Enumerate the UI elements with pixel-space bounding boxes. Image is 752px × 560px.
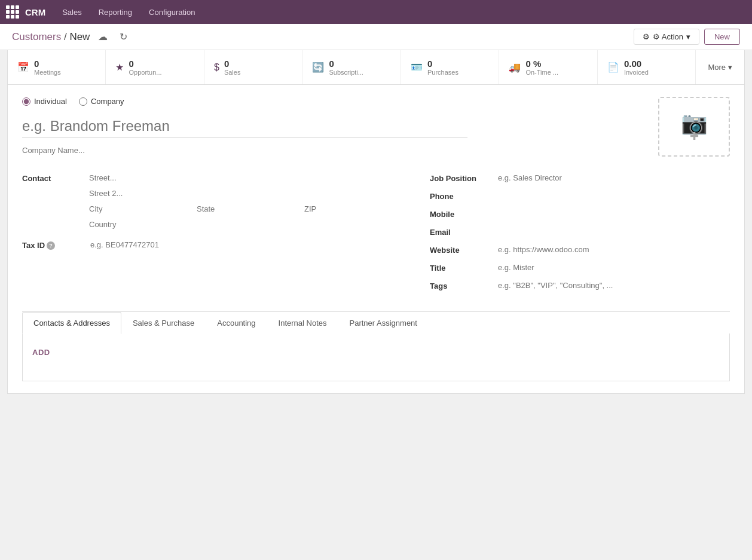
meetings-count: 0 bbox=[34, 59, 61, 69]
email-field-row: Email bbox=[430, 225, 730, 238]
taxid-field-row: Tax ID ? bbox=[22, 238, 406, 252]
taxid-label: Tax ID ? bbox=[22, 238, 88, 250]
breadcrumb-current: New bbox=[69, 31, 90, 42]
action-label: ⚙ Action bbox=[653, 32, 683, 41]
breadcrumb-actions: ⚙ ⚙ Action ▾ New bbox=[634, 29, 740, 45]
mobile-label: Mobile bbox=[430, 207, 496, 219]
email-label: Email bbox=[430, 225, 496, 237]
fields-section: Contact bbox=[22, 172, 730, 297]
title-input[interactable] bbox=[496, 261, 730, 274]
contact-field-row: Contact bbox=[22, 172, 406, 234]
city-state-zip-row bbox=[88, 203, 406, 216]
breadcrumb-parent[interactable]: Customers bbox=[12, 31, 61, 42]
address-group bbox=[88, 172, 406, 234]
taxid-help-icon[interactable]: ? bbox=[47, 241, 55, 250]
stat-meetings[interactable]: 📅 0 Meetings bbox=[8, 50, 106, 84]
sales-label: Sales bbox=[224, 69, 241, 76]
discard-button[interactable]: ↻ bbox=[116, 30, 131, 44]
stats-bar: 📅 0 Meetings ★ 0 Opportun... $ 0 Sales 🔄… bbox=[7, 50, 745, 85]
jobposition-input[interactable] bbox=[496, 172, 730, 185]
street-input[interactable] bbox=[88, 172, 406, 185]
tags-input[interactable] bbox=[496, 279, 730, 292]
photo-upload-button[interactable]: 📷 ✚ bbox=[658, 97, 730, 157]
tab-contacts-addresses[interactable]: Contacts & Addresses bbox=[22, 312, 121, 334]
truck-icon: 🚚 bbox=[509, 62, 521, 73]
website-input[interactable] bbox=[496, 243, 730, 256]
invoice-icon: 📄 bbox=[607, 62, 619, 73]
add-button[interactable]: ADD bbox=[32, 345, 50, 359]
street-row bbox=[88, 172, 406, 185]
invoiced-count: 0.00 bbox=[624, 59, 649, 69]
tab-sales-purchase[interactable]: Sales & Purchase bbox=[121, 312, 206, 334]
action-button[interactable]: ⚙ ⚙ Action ▾ bbox=[634, 29, 699, 45]
tags-field-row: Tags bbox=[430, 279, 730, 292]
cloud-save-button[interactable]: ☁ bbox=[94, 30, 111, 44]
tab-internal-notes[interactable]: Internal Notes bbox=[267, 312, 338, 334]
individual-radio[interactable] bbox=[22, 97, 30, 106]
phone-field-row: Phone bbox=[430, 189, 730, 203]
tab-partner-assignment[interactable]: Partner Assignment bbox=[338, 312, 429, 334]
nav-item-configuration[interactable]: Configuration bbox=[146, 0, 197, 24]
stat-sales[interactable]: $ 0 Sales bbox=[204, 50, 302, 84]
more-label: More bbox=[708, 63, 726, 72]
breadcrumb-separator: / bbox=[64, 31, 67, 42]
opportunities-label: Opportun... bbox=[129, 69, 161, 76]
new-button[interactable]: New bbox=[704, 29, 740, 45]
website-field-row: Website bbox=[430, 243, 730, 256]
form-top: Individual Company 📷 ✚ bbox=[22, 97, 730, 157]
email-input[interactable] bbox=[496, 225, 730, 238]
mobile-input[interactable] bbox=[496, 207, 730, 221]
form-top-left: Individual Company bbox=[22, 97, 658, 157]
ontime-count: 0 % bbox=[525, 59, 558, 69]
name-input[interactable] bbox=[22, 115, 467, 137]
calendar-icon: 📅 bbox=[17, 62, 29, 73]
chevron-down-icon: ▾ bbox=[728, 63, 732, 72]
stat-opportunities[interactable]: ★ 0 Opportun... bbox=[106, 50, 204, 84]
tags-label: Tags bbox=[430, 279, 496, 290]
app-grid-icon[interactable] bbox=[6, 5, 19, 19]
main-form: Individual Company 📷 ✚ Contact bbox=[7, 85, 745, 394]
tab-accounting[interactable]: Accounting bbox=[206, 312, 267, 334]
individual-radio-label[interactable]: Individual bbox=[22, 97, 67, 106]
chevron-down-icon: ▾ bbox=[686, 32, 690, 41]
country-row bbox=[88, 218, 406, 231]
refresh-icon: 🔄 bbox=[312, 62, 324, 73]
fields-left: Contact bbox=[22, 172, 406, 297]
company-label: Company bbox=[91, 97, 124, 106]
more-stats-button[interactable]: More ▾ bbox=[696, 50, 744, 84]
ontime-label: On-Time ... bbox=[525, 69, 558, 76]
jobposition-field-row: Job Position bbox=[430, 172, 730, 185]
taxid-input[interactable] bbox=[88, 238, 406, 252]
nav-item-reporting[interactable]: Reporting bbox=[96, 0, 134, 24]
purchases-count: 0 bbox=[427, 59, 458, 69]
subscriptions-label: Subscripti... bbox=[329, 69, 363, 76]
gear-icon: ⚙ bbox=[643, 32, 650, 41]
company-radio[interactable] bbox=[79, 97, 87, 106]
company-name-input[interactable] bbox=[22, 143, 467, 157]
subscriptions-count: 0 bbox=[329, 59, 363, 69]
title-field-row: Title bbox=[430, 261, 730, 274]
street2-row bbox=[88, 187, 406, 200]
company-radio-label[interactable]: Company bbox=[79, 97, 124, 106]
website-label: Website bbox=[430, 243, 496, 255]
city-input[interactable] bbox=[88, 203, 191, 216]
opportunities-count: 0 bbox=[129, 59, 161, 69]
meetings-label: Meetings bbox=[34, 69, 61, 76]
phone-input[interactable] bbox=[496, 189, 730, 203]
card-icon: 🪪 bbox=[411, 62, 423, 73]
stat-purchases[interactable]: 🪪 0 Purchases bbox=[401, 50, 499, 84]
stat-ontime[interactable]: 🚚 0 % On-Time ... bbox=[499, 50, 597, 84]
nav-item-sales[interactable]: Sales bbox=[60, 0, 84, 24]
invoiced-label: Invoiced bbox=[624, 69, 649, 76]
title-label: Title bbox=[430, 261, 496, 273]
state-input[interactable] bbox=[195, 203, 298, 216]
tab-content: ADD bbox=[22, 333, 730, 381]
stat-invoiced[interactable]: 📄 0.00 Invoiced bbox=[598, 50, 696, 84]
phone-label: Phone bbox=[430, 189, 496, 201]
country-input[interactable] bbox=[88, 218, 406, 231]
app-name[interactable]: CRM bbox=[25, 7, 45, 17]
zip-input[interactable] bbox=[303, 203, 406, 216]
breadcrumb: Customers / New bbox=[12, 31, 90, 43]
street2-input[interactable] bbox=[88, 187, 406, 200]
stat-subscriptions[interactable]: 🔄 0 Subscripti... bbox=[302, 50, 401, 84]
